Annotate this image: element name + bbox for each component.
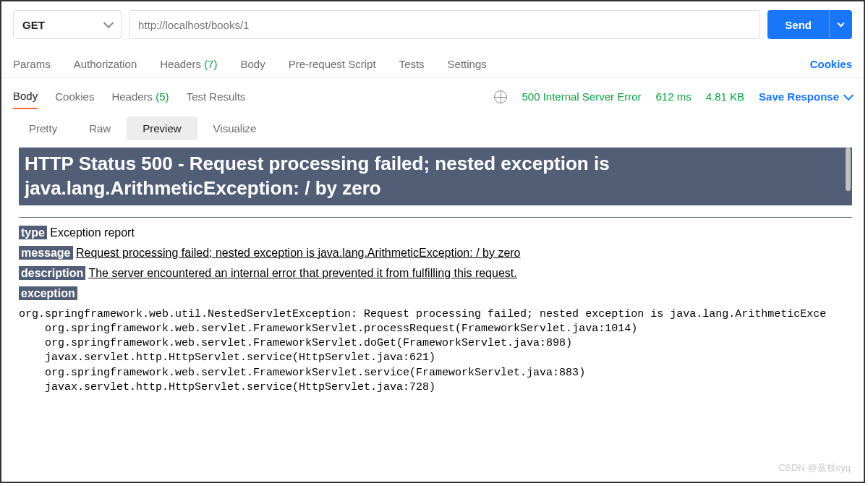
type-label: type: [19, 226, 47, 239]
error-description-row: description The server encountered an in…: [19, 267, 852, 280]
view-tab-pretty[interactable]: Pretty: [13, 116, 73, 140]
tab-tests[interactable]: Tests: [399, 51, 425, 77]
message-label: message: [19, 246, 73, 260]
cookies-link[interactable]: Cookies: [810, 51, 852, 77]
view-tab-raw[interactable]: Raw: [73, 116, 127, 140]
response-tab-cookies[interactable]: Cookies: [55, 85, 94, 108]
scrollbar[interactable]: [846, 148, 851, 191]
tab-params[interactable]: Params: [13, 51, 51, 77]
tab-settings[interactable]: Settings: [448, 51, 487, 77]
http-method-select[interactable]: GET: [13, 10, 122, 39]
send-options-button[interactable]: [829, 10, 852, 39]
tab-authorization[interactable]: Authorization: [74, 51, 137, 77]
headers-count: (7): [204, 58, 217, 70]
url-input[interactable]: http://localhost/books/1: [129, 10, 760, 39]
response-preview: HTTP Status 500 - Request processing fai…: [19, 148, 852, 422]
tab-headers-label: Headers: [160, 58, 201, 70]
error-type-row: type Exception report: [19, 226, 852, 239]
message-value: Request processing failed; nested except…: [76, 247, 521, 259]
url-value: http://localhost/books/1: [138, 19, 249, 31]
status-code: 500 Internal Server Error: [522, 90, 641, 103]
response-tab-headers-label: Headers: [111, 90, 153, 103]
http-method-label: GET: [22, 19, 45, 31]
response-headers-count: (5): [156, 90, 169, 103]
description-label: description: [19, 266, 85, 280]
tab-prerequest[interactable]: Pre-request Script: [289, 51, 376, 77]
divider: [19, 217, 852, 218]
error-message-row: message Request processing failed; neste…: [19, 247, 852, 260]
globe-icon[interactable]: [494, 90, 507, 103]
response-tab-body[interactable]: Body: [13, 84, 38, 109]
chevron-down-icon: [843, 90, 854, 100]
send-button[interactable]: Send: [767, 10, 829, 39]
error-exception-row: exception: [19, 287, 852, 300]
view-tab-preview[interactable]: Preview: [127, 116, 197, 140]
save-response-link[interactable]: Save Response: [759, 90, 852, 103]
chevron-down-icon: [103, 18, 114, 28]
tab-body[interactable]: Body: [240, 51, 265, 77]
response-time: 612 ms: [656, 90, 692, 103]
exception-label: exception: [19, 286, 77, 300]
type-value: Exception report: [47, 226, 135, 239]
stack-trace: org.springframework.web.util.NestedServl…: [19, 307, 852, 396]
chevron-down-icon: [838, 20, 845, 27]
response-tab-headers[interactable]: Headers (5): [111, 85, 169, 108]
tab-headers[interactable]: Headers (7): [160, 51, 217, 77]
response-size: 4.81 KB: [706, 90, 744, 103]
watermark: CSDN @蓝枝cyq: [778, 461, 851, 474]
response-tab-tests[interactable]: Test Results: [187, 85, 246, 108]
error-heading: HTTP Status 500 - Request processing fai…: [19, 148, 852, 205]
description-value: The server encountered an internal error…: [88, 267, 516, 279]
view-tab-visualize[interactable]: Visualize: [197, 116, 273, 140]
save-response-label: Save Response: [759, 90, 839, 103]
